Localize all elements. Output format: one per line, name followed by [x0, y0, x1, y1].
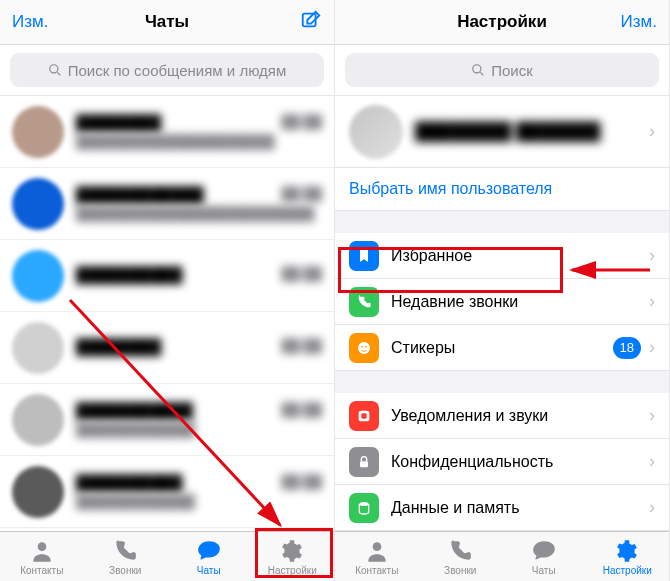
svg-point-11: [359, 502, 368, 506]
avatar: [12, 394, 64, 446]
chevron-right-icon: ›: [649, 245, 655, 266]
chat-time: ██:██: [282, 114, 322, 131]
setting-recent-calls[interactable]: Недавние звонки ›: [335, 279, 669, 325]
chat-name: ████████: [76, 114, 161, 131]
search-wrap: Поиск по сообщениям и людям: [0, 45, 334, 96]
tab-settings[interactable]: Настройки: [251, 532, 335, 581]
svg-point-5: [358, 342, 370, 354]
settings-list: ████████ ███████ › Выбрать имя пользоват…: [335, 96, 669, 531]
choose-username[interactable]: Выбрать имя пользователя: [335, 168, 669, 211]
chat-row[interactable]: ██████████:██████████████████████: [0, 96, 334, 168]
settings-screen: Настройки Изм. Поиск ████████ ███████ › …: [335, 0, 670, 581]
settings-icon: [279, 538, 305, 564]
tab-calls[interactable]: Звонки: [419, 532, 503, 581]
tab-contacts[interactable]: Контакты: [335, 532, 419, 581]
chevron-right-icon: ›: [649, 121, 655, 142]
sticker-icon: [349, 333, 379, 363]
svg-point-6: [361, 345, 363, 347]
data-icon: [349, 493, 379, 523]
tab-label: Настройки: [268, 565, 317, 576]
tab-label: Звонки: [109, 565, 141, 576]
chat-row[interactable]: █████████████:██████████████: [0, 384, 334, 456]
calls-icon: [112, 538, 138, 564]
search-placeholder: Поиск: [491, 62, 533, 79]
setting-privacy[interactable]: Конфиденциальность ›: [335, 439, 669, 485]
contacts-icon: [364, 538, 390, 564]
tab-label: Контакты: [20, 565, 63, 576]
chat-name: ███████████: [76, 402, 193, 419]
profile-row[interactable]: ████████ ███████ ›: [335, 96, 669, 168]
calls-icon: [447, 538, 473, 564]
svg-rect-10: [360, 461, 368, 467]
search-input[interactable]: Поиск по сообщениям и людям: [10, 53, 324, 87]
search-wrap: Поиск: [335, 45, 669, 96]
nav-header: Изм. Чаты: [0, 0, 334, 45]
phone-icon: [349, 287, 379, 317]
chat-time: ██:██: [282, 402, 322, 419]
svg-point-7: [365, 345, 367, 347]
setting-favorites[interactable]: Избранное ›: [335, 233, 669, 279]
tab-chats[interactable]: Чаты: [167, 532, 251, 581]
compose-icon[interactable]: [300, 9, 322, 35]
tab-label: Контакты: [355, 565, 398, 576]
chevron-right-icon: ›: [649, 497, 655, 518]
tab-calls[interactable]: Звонки: [84, 532, 168, 581]
settings-icon: [614, 538, 640, 564]
chat-list: ██████████:█████████████████████████████…: [0, 96, 334, 531]
svg-point-1: [50, 65, 58, 73]
svg-point-2: [37, 542, 46, 551]
edit-button[interactable]: Изм.: [12, 12, 48, 32]
svg-point-4: [473, 65, 481, 73]
chat-time: ██:██: [282, 186, 322, 203]
chat-message: ████████████████████: [76, 134, 322, 150]
chat-time: ██:██: [282, 474, 322, 491]
chat-name: ████████: [76, 338, 161, 355]
tab-chats[interactable]: Чаты: [502, 532, 586, 581]
chat-name: ██████████: [76, 266, 182, 283]
chevron-right-icon: ›: [649, 405, 655, 426]
tab-bar: Контакты Звонки Чаты Настройки: [335, 531, 669, 581]
avatar: [12, 106, 64, 158]
chat-time: ██:██: [282, 266, 322, 283]
profile-name: ████████ ███████: [415, 122, 649, 142]
tab-settings[interactable]: Настройки: [586, 532, 670, 581]
chevron-right-icon: ›: [649, 291, 655, 312]
chat-message: ████████████████████████: [76, 206, 322, 222]
search-input[interactable]: Поиск: [345, 53, 659, 87]
svg-point-13: [372, 542, 381, 551]
tab-label: Чаты: [532, 565, 556, 576]
setting-notifications[interactable]: Уведомления и звуки ›: [335, 393, 669, 439]
search-icon: [48, 63, 62, 77]
chat-row[interactable]: ██████████:██: [0, 312, 334, 384]
avatar: [12, 322, 64, 374]
chat-row[interactable]: ████████████:██: [0, 240, 334, 312]
chevron-right-icon: ›: [649, 451, 655, 472]
chat-row[interactable]: ██████████████:█████████████████████████…: [0, 168, 334, 240]
search-placeholder: Поиск по сообщениям и людям: [68, 62, 287, 79]
setting-stickers[interactable]: Стикеры 18 ›: [335, 325, 669, 371]
setting-data[interactable]: Данные и память ›: [335, 485, 669, 531]
chat-message: ████████████: [76, 494, 322, 510]
avatar: [349, 105, 403, 159]
contacts-icon: [29, 538, 55, 564]
avatar: [12, 250, 64, 302]
search-icon: [471, 63, 485, 77]
nav-title: Чаты: [145, 12, 189, 32]
setting-label: Избранное: [391, 247, 649, 265]
edit-button[interactable]: Изм.: [621, 12, 657, 32]
notifications-icon: [349, 401, 379, 431]
svg-rect-9: [361, 413, 366, 418]
setting-label: Уведомления и звуки: [391, 407, 649, 425]
setting-label: Стикеры: [391, 339, 613, 357]
chat-row[interactable]: ████████████:██████████████: [0, 456, 334, 528]
tab-contacts[interactable]: Контакты: [0, 532, 84, 581]
avatar: [12, 178, 64, 230]
tab-label: Чаты: [197, 565, 221, 576]
chat-name: ██████████: [76, 474, 182, 491]
badge: 18: [613, 337, 641, 359]
tab-label: Настройки: [603, 565, 652, 576]
setting-label: Данные и память: [391, 499, 649, 517]
setting-label: Конфиденциальность: [391, 453, 649, 471]
avatar: [12, 466, 64, 518]
nav-title: Настройки: [457, 12, 547, 32]
